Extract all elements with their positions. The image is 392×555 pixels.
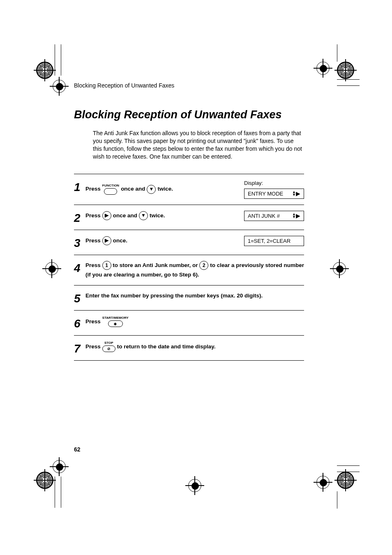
step-text: once and xyxy=(121,184,145,193)
digit-key-icon: 2 xyxy=(199,261,208,270)
step-row: 1 Press FUNCTION once and ▼ twice. Displ… xyxy=(74,174,304,205)
registration-mark-icon xyxy=(316,476,330,489)
registration-target-icon xyxy=(36,62,53,79)
display-text: 1=SET, 2=CLEAR xyxy=(248,238,291,244)
step-text: Enter the fax number by pressing the num… xyxy=(85,291,263,300)
up-down-right-arrow-icon: ▲▼▶ xyxy=(292,191,300,196)
step-row: 2 Press ▶ once and ▼ twice. ANTI JUNK # … xyxy=(74,205,304,230)
crop-line xyxy=(337,44,337,62)
step-text: twice. xyxy=(157,184,173,193)
step-text: Press xyxy=(85,211,101,220)
display-text: ANTI JUNK # xyxy=(248,213,280,219)
crop-line xyxy=(337,472,360,472)
down-arrow-key-icon: ▼ xyxy=(139,211,148,220)
step-row: 6 Press START/MEMORY ◈ xyxy=(74,311,304,336)
registration-mark-icon xyxy=(53,80,66,93)
registration-target-icon xyxy=(36,472,53,489)
registration-mark-icon xyxy=(45,262,58,275)
step-number: 6 xyxy=(74,316,85,329)
function-key-icon: FUNCTION xyxy=(102,184,119,195)
crop-line xyxy=(337,79,360,80)
crop-line xyxy=(61,44,61,76)
step-text: once and xyxy=(113,211,137,220)
display-text: ENTRY MODE xyxy=(248,191,283,197)
crop-line xyxy=(61,477,61,508)
start-memory-key-icon: START/MEMORY ◈ xyxy=(102,316,129,327)
registration-target-icon xyxy=(337,62,354,79)
display-box: 1=SET, 2=CLEAR xyxy=(244,236,304,246)
digit-key-icon: 1 xyxy=(102,261,111,270)
step-text: Press xyxy=(85,262,101,268)
registration-target-icon xyxy=(337,472,354,489)
right-arrow-key-icon: ▶ xyxy=(102,236,111,245)
stop-key-icon: STOP ⊘ xyxy=(102,341,115,352)
registration-mark-icon xyxy=(316,62,330,75)
step-text: once. xyxy=(113,236,127,245)
crop-line xyxy=(337,85,360,86)
step-text: to store an Anti Junk number, or xyxy=(113,262,198,268)
step-text: twice. xyxy=(150,211,165,220)
page-title: Blocking Reception of Unwanted Faxes xyxy=(74,108,304,121)
running-head: Blocking Reception of Unwanted Faxes xyxy=(74,82,304,89)
step-number: 5 xyxy=(74,291,85,304)
steps-list: 1 Press FUNCTION once and ▼ twice. Displ… xyxy=(74,174,304,361)
step-row: 4 Press 1 to store an Anti Junk number, … xyxy=(74,255,304,286)
step-number: 1 xyxy=(74,180,85,193)
crop-line xyxy=(55,477,55,508)
display-label: Display: xyxy=(244,180,263,186)
step-number: 7 xyxy=(74,341,85,355)
step-text: Press xyxy=(85,184,101,193)
crop-line xyxy=(337,491,337,509)
step-row: 7 Press STOP ⊘ to return to the date and… xyxy=(74,336,304,361)
step-text: Press xyxy=(85,236,101,245)
intro-paragraph: The Anti Junk Fax function allows you to… xyxy=(93,129,304,161)
right-arrow-key-icon: ▶ xyxy=(102,211,111,220)
page-number: 62 xyxy=(74,446,81,453)
step-text: Press xyxy=(85,317,101,326)
display-box: ENTRY MODE ▲▼▶ xyxy=(244,189,304,199)
display-box: ANTI JUNK # ▲▼▶ xyxy=(244,211,304,221)
step-text: Press xyxy=(85,342,101,351)
crop-line xyxy=(337,465,360,466)
step-number: 4 xyxy=(74,261,85,274)
step-row: 3 Press ▶ once. 1=SET, 2=CLEAR xyxy=(74,230,304,255)
crop-line xyxy=(55,44,55,76)
up-down-right-arrow-icon: ▲▼▶ xyxy=(292,213,300,219)
step-text: to return to the date and time display. xyxy=(117,342,216,351)
down-arrow-key-icon: ▼ xyxy=(147,185,156,194)
step-number: 2 xyxy=(74,211,85,224)
registration-mark-icon xyxy=(333,262,346,275)
step-number: 3 xyxy=(74,236,85,249)
registration-mark-icon xyxy=(188,479,201,492)
page-content: Blocking Reception of Unwanted Faxes Blo… xyxy=(74,82,304,361)
step-row: 5 Enter the fax number by pressing the n… xyxy=(74,286,304,311)
registration-mark-icon xyxy=(53,460,66,473)
